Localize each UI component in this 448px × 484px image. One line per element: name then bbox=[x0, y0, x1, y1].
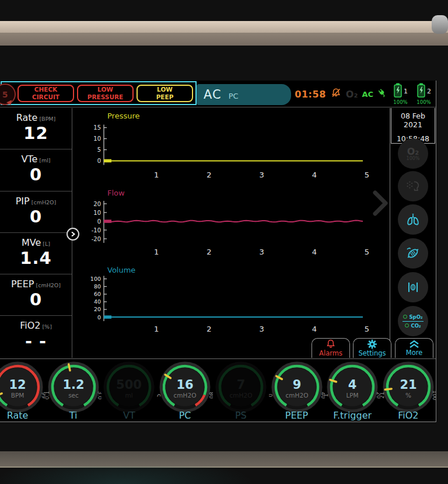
parameter-tile-rate: Rate[BPM]12 bbox=[0, 108, 72, 149]
knob-pc[interactable]: 58016cmH2OPC bbox=[157, 361, 213, 421]
chart-volume: Volume02040608010012345 bbox=[72, 263, 390, 339]
knob-dial-svg: 58016cmH2O bbox=[157, 361, 213, 413]
svg-text:20: 20 bbox=[94, 306, 101, 312]
param-name: MVe bbox=[22, 237, 41, 248]
param-value: 0 bbox=[0, 207, 72, 227]
tab-alarms[interactable]: Alarms bbox=[312, 338, 350, 358]
nebulizer-button[interactable] bbox=[398, 171, 428, 201]
svg-text:40: 40 bbox=[94, 298, 101, 305]
waveform-charts: Pressure05101512345Flow-20-100102012345V… bbox=[72, 108, 390, 358]
alarm-button-low-peep[interactable]: LOW PEEP bbox=[136, 85, 193, 102]
knob-ftrigger[interactable]: 1204LPMF.trigger bbox=[324, 361, 380, 421]
svg-text:10: 10 bbox=[93, 135, 101, 142]
spo2-co2-button[interactable]: SpO₂ CO₂ bbox=[398, 306, 428, 336]
svg-text:1.2: 1.2 bbox=[62, 378, 84, 392]
param-value: 0 bbox=[0, 290, 72, 309]
spo2-status-dot bbox=[403, 315, 407, 319]
svg-text:3: 3 bbox=[259, 170, 264, 179]
alarm-muted-icon[interactable] bbox=[330, 87, 342, 101]
svg-text:cmH2O: cmH2O bbox=[285, 392, 308, 399]
hold-maneuver-button[interactable] bbox=[398, 272, 428, 302]
param-value: - - bbox=[0, 331, 72, 351]
svg-text:0.1: 0.1 bbox=[46, 391, 50, 399]
svg-text:LPM: LPM bbox=[346, 392, 359, 399]
param-unit: [%] bbox=[42, 323, 51, 330]
knob-ti[interactable]: 0.13.01.2secTi bbox=[46, 361, 102, 421]
knob-peep[interactable]: 0409cmH2OPEEP bbox=[269, 361, 325, 421]
lungs-icon bbox=[405, 211, 421, 228]
svg-text:5: 5 bbox=[365, 248, 369, 256]
knob-dial-svg: 19912BPM bbox=[0, 361, 46, 413]
svg-text:4: 4 bbox=[312, 170, 317, 179]
svg-text:21: 21 bbox=[380, 392, 385, 398]
co2-row: CO₂ bbox=[405, 323, 421, 329]
svg-text:5: 5 bbox=[157, 394, 162, 397]
alarm-button-check-circuit[interactable]: CHECK CIRCUIT bbox=[18, 85, 74, 102]
param-value: 0 bbox=[0, 165, 72, 184]
alarm-silence-timer: 01:58 bbox=[295, 89, 326, 100]
charts-next-page-chevron[interactable] bbox=[372, 190, 388, 219]
svg-text:Volume: Volume bbox=[107, 266, 135, 274]
svg-text:9: 9 bbox=[292, 378, 301, 392]
svg-text:3: 3 bbox=[259, 325, 264, 333]
svg-text:500: 500 bbox=[116, 378, 142, 392]
manual-breath-button[interactable] bbox=[398, 204, 428, 235]
battery-2-icon bbox=[416, 83, 426, 100]
chart-flow-svg: Flow-20-100102012345 bbox=[72, 186, 390, 262]
svg-text:0: 0 bbox=[97, 158, 101, 164]
device-handle-knob bbox=[432, 15, 448, 34]
o2-flush-button[interactable]: O₂ 100% bbox=[398, 138, 428, 169]
svg-text:7: 7 bbox=[236, 378, 245, 392]
param-name: FiO2 bbox=[20, 320, 40, 331]
svg-text:60: 60 bbox=[94, 291, 101, 297]
knob-ps[interactable]: 7cmH2OPS bbox=[213, 361, 269, 421]
svg-text:2: 2 bbox=[206, 325, 211, 333]
mode-primary-label: AC bbox=[204, 88, 222, 102]
expand-panel-button[interactable] bbox=[66, 228, 79, 241]
battery-1-indicator: 1 100% bbox=[391, 83, 410, 105]
tab-alarms-label: Alarms bbox=[319, 349, 342, 357]
knob-fio2[interactable]: 2110021%FiO2 bbox=[380, 361, 436, 421]
svg-text:1: 1 bbox=[324, 394, 329, 397]
bag-ventilation-button[interactable] bbox=[398, 238, 428, 269]
svg-text:5: 5 bbox=[97, 147, 101, 153]
svg-text:0: 0 bbox=[269, 394, 274, 397]
ac-power-label: AC bbox=[362, 90, 373, 99]
gas-divider bbox=[402, 321, 424, 322]
parameter-tile-pip: PIP[cmH2O]0 bbox=[0, 191, 72, 233]
knob-label: Ti bbox=[46, 410, 102, 421]
svg-text:cmH2O: cmH2O bbox=[174, 392, 197, 399]
alarm-button-low-pressure[interactable]: LOW PRESSURE bbox=[77, 85, 134, 102]
svg-text:0: 0 bbox=[97, 314, 101, 321]
svg-text:5: 5 bbox=[365, 325, 369, 333]
knob-rate[interactable]: 19912BPMRate bbox=[0, 361, 46, 421]
setting-knobs-row: 19912BPMRate0.13.01.2secTi500mlVT58016cm… bbox=[0, 358, 436, 422]
svg-text:15: 15 bbox=[93, 124, 101, 131]
svg-text:BPM: BPM bbox=[11, 392, 24, 399]
o2-sub-label: 100% bbox=[407, 156, 420, 161]
svg-text:12: 12 bbox=[9, 378, 26, 392]
top-status-bar: 5 CHECK CIRCUITLOW PRESSURELOW PEEP AC P… bbox=[0, 81, 436, 107]
knob-vt[interactable]: 500mlVT bbox=[101, 361, 157, 421]
param-value: 1.4 bbox=[0, 248, 72, 268]
svg-text:-20: -20 bbox=[92, 236, 101, 242]
svg-text:20: 20 bbox=[93, 201, 101, 207]
tab-settings[interactable]: Settings bbox=[353, 338, 391, 358]
ventilation-mode-button[interactable]: AC PC bbox=[197, 84, 291, 105]
svg-text:80: 80 bbox=[94, 283, 101, 290]
svg-text:4: 4 bbox=[348, 378, 357, 392]
knob-label: PC bbox=[157, 410, 213, 421]
svg-text:21: 21 bbox=[400, 378, 416, 392]
tab-more[interactable]: More bbox=[395, 338, 433, 358]
param-unit: [cmH2O] bbox=[36, 282, 61, 288]
svg-text:ml: ml bbox=[125, 392, 133, 399]
hold-maneuver-icon bbox=[405, 280, 421, 295]
ventilator-screen: 5 CHECK CIRCUITLOW PRESSURELOW PEEP AC P… bbox=[0, 81, 436, 422]
knob-label: PS bbox=[213, 410, 269, 421]
svg-text:Pressure: Pressure bbox=[107, 112, 140, 120]
alarm-buttons: CHECK CIRCUITLOW PRESSURELOW PEEP bbox=[18, 85, 193, 102]
knob-dial-svg: 7cmH2O bbox=[213, 361, 269, 413]
svg-text:100: 100 bbox=[90, 276, 101, 282]
param-name: PIP bbox=[16, 196, 30, 207]
svg-text:2: 2 bbox=[206, 170, 211, 179]
